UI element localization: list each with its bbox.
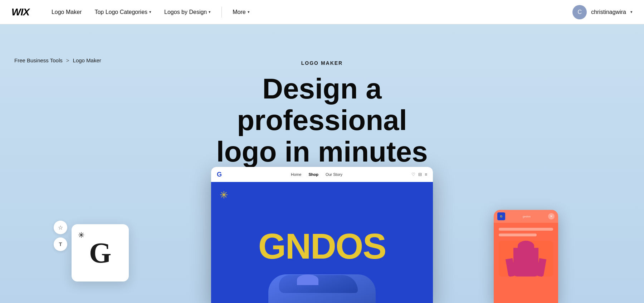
browser-body: ✳ GNDOS <box>211 182 433 303</box>
username-label: christinagwira <box>591 9 626 15</box>
hero-preview: ☆ T ✳ G G Home Shop Our Story ♡ ⊟ ≡ <box>143 167 501 303</box>
hero-section: Free Business Tools > Logo Maker LOGO MA… <box>0 24 644 303</box>
user-chevron-icon[interactable]: ▾ <box>630 10 633 14</box>
navbar: WIX Logo Maker Top Logo Categories ▾ Log… <box>0 0 644 24</box>
browser-brand-logo: G <box>217 171 222 178</box>
logos-by-design-chevron-icon: ▾ <box>209 10 211 14</box>
browser-mockup: G Home Shop Our Story ♡ ⊟ ≡ ✳ GNDOS <box>211 167 433 303</box>
browser-nav-links: Home Shop Our Story <box>229 172 404 177</box>
nav-more[interactable]: More ▾ <box>228 6 254 18</box>
wix-logo[interactable]: WIX <box>11 6 29 18</box>
bag-icon: ⊟ <box>418 172 422 177</box>
browser-brand-text: GNDOS <box>258 228 386 264</box>
hero-title-line1: Design a professional <box>237 73 407 136</box>
phone-text-line-2 <box>499 234 537 236</box>
type-button[interactable]: T <box>54 237 67 251</box>
phone-image-block <box>499 241 553 276</box>
heart-icon: ♡ <box>411 172 415 177</box>
nav-logo-maker-label: Logo Maker <box>52 9 82 15</box>
phone-brand-name: gndos <box>523 215 531 218</box>
type-icon: T <box>59 241 62 247</box>
phone-mockup: G gndos ✕ <box>494 210 558 303</box>
nav-divider <box>221 7 222 18</box>
logo-card: ✳ G <box>72 224 129 282</box>
browser-nav-shop: Shop <box>308 172 318 177</box>
star-button[interactable]: ☆ <box>54 221 67 234</box>
browser-nav-home: Home <box>291 172 301 177</box>
menu-icon: ≡ <box>425 172 427 177</box>
phone-text-line-1 <box>499 228 553 231</box>
top-categories-chevron-icon: ▾ <box>149 10 151 14</box>
nav-logo-maker[interactable]: Logo Maker <box>47 6 87 18</box>
nav-logos-by-design[interactable]: Logos by Design ▾ <box>159 6 216 18</box>
browser-icons: ♡ ⊟ ≡ <box>411 172 427 177</box>
phone-header: G gndos ✕ <box>494 210 558 223</box>
hoodie-image <box>513 241 538 276</box>
nav-logos-by-design-label: Logos by Design <box>164 9 207 15</box>
hero-eyebrow: LOGO MAKER <box>301 60 343 66</box>
avatar-initials: C <box>577 9 582 15</box>
breadcrumb-separator: > <box>66 57 69 63</box>
phone-body <box>494 223 558 282</box>
hero-title-line2: logo in minutes <box>216 136 428 168</box>
nav-top-categories[interactable]: Top Logo Categories ▾ <box>89 6 156 18</box>
shoe-image <box>268 264 376 303</box>
nav-more-label: More <box>233 9 245 15</box>
avatar[interactable]: C <box>572 5 587 19</box>
breadcrumb-current: Logo Maker <box>73 57 101 63</box>
phone-logo-badge: G <box>497 212 505 220</box>
nav-right: C christinagwira ▾ <box>572 5 633 19</box>
nav-links: Logo Maker Top Logo Categories ▾ Logos b… <box>47 6 572 18</box>
browser-toolbar: G Home Shop Our Story ♡ ⊟ ≡ <box>211 167 433 182</box>
breadcrumb-parent[interactable]: Free Business Tools <box>14 57 63 63</box>
phone-close-button[interactable]: ✕ <box>548 213 555 220</box>
hero-title: Design a professional logo in minutes <box>179 73 465 168</box>
browser-sunburst-icon: ✳ <box>220 189 228 201</box>
more-chevron-icon: ▾ <box>248 10 250 14</box>
logo-card-letter: G <box>89 239 111 267</box>
sunburst-icon: ✳ <box>78 231 84 240</box>
nav-top-categories-label: Top Logo Categories <box>94 9 147 15</box>
breadcrumb: Free Business Tools > Logo Maker <box>14 57 101 63</box>
star-icon: ☆ <box>58 224 63 231</box>
browser-nav-our-story: Our Story <box>326 172 342 177</box>
